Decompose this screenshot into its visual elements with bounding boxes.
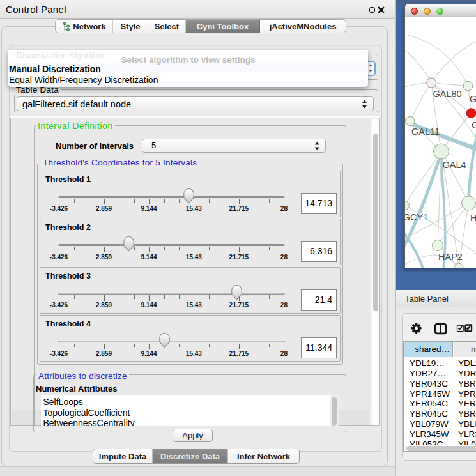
svg-text:GAL80: GAL80 <box>433 89 461 99</box>
svg-text:H: H <box>470 213 476 223</box>
svg-text:GAL4: GAL4 <box>442 160 466 170</box>
svg-text:GA: GA <box>470 94 476 104</box>
svg-text:HAP2: HAP2 <box>438 252 463 262</box>
svg-text:GCY1: GCY1 <box>405 212 428 222</box>
svg-text:C: C <box>472 120 476 130</box>
svg-text:GAL11: GAL11 <box>411 127 440 137</box>
